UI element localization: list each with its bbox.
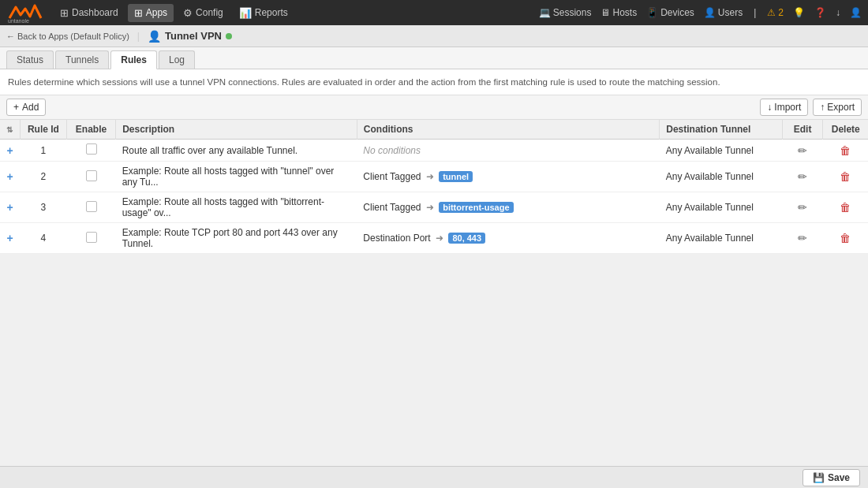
tab-log-label: Log: [169, 54, 185, 65]
col-header-enable: Enable: [66, 120, 115, 140]
cell-conditions: Client Tagged ➜ bittorrent-usage: [357, 192, 659, 223]
back-link-label: Back to Apps (Default Policy): [17, 32, 129, 41]
tab-status[interactable]: Status: [6, 50, 54, 69]
delete-button[interactable]: 🗑: [840, 144, 851, 157]
condition-label: Destination Port: [363, 233, 430, 244]
nav-right: 💻 Sessions 🖥 Hosts 📱 Devices 👤 Users | ⚠…: [539, 7, 862, 18]
import-button[interactable]: ↓ Import: [760, 99, 808, 116]
enable-checkbox[interactable]: [86, 201, 97, 212]
devices-icon: 📱: [646, 7, 658, 18]
edit-button[interactable]: ✏: [798, 144, 807, 157]
table-row: + 4 Example: Route TCP port 80 and port …: [0, 223, 868, 254]
tab-tunnels[interactable]: Tunnels: [55, 50, 109, 69]
toolbar-left: + Add: [6, 99, 46, 116]
logo[interactable]: untangle: [6, 2, 44, 23]
nav-item-apps[interactable]: ⊞ Apps: [128, 4, 174, 22]
tab-tunnels-label: Tunnels: [65, 54, 99, 65]
devices-nav[interactable]: 📱 Devices: [646, 7, 694, 18]
cell-conditions: Destination Port ➜ 80, 443: [357, 223, 659, 254]
tab-status-label: Status: [17, 54, 43, 65]
tab-log[interactable]: Log: [159, 50, 195, 69]
download-icon[interactable]: ↓: [836, 7, 840, 18]
sessions-nav[interactable]: 💻 Sessions: [539, 7, 592, 18]
back-link[interactable]: ← Back to Apps (Default Policy): [6, 32, 129, 41]
toolbar: + Add ↓ Import ↑ Export: [0, 95, 868, 120]
tab-rules-label: Rules: [121, 54, 147, 65]
arrow-right-icon: ➜: [436, 233, 443, 244]
cell-destination: Any Available Tunnel: [660, 192, 782, 223]
reorder-handle[interactable]: +: [7, 144, 13, 157]
rules-table: ⇅ Rule Id Enable Description Conditions …: [0, 120, 868, 254]
hosts-nav[interactable]: 🖥 Hosts: [600, 7, 637, 18]
sub-header: ← Back to Apps (Default Policy) | 👤 Tunn…: [0, 25, 868, 47]
tab-rules[interactable]: Rules: [110, 50, 157, 69]
sessions-icon: 💻: [539, 7, 551, 18]
alert-badge[interactable]: ⚠ 2: [767, 7, 784, 18]
cell-description: Route all traffic over any available Tun…: [116, 140, 357, 162]
export-button[interactable]: ↑ Export: [813, 99, 862, 116]
cell-destination: Any Available Tunnel: [660, 223, 782, 254]
sort-icon: ⇅: [6, 125, 13, 134]
delete-button[interactable]: 🗑: [840, 170, 851, 183]
sessions-label: Sessions: [553, 7, 592, 18]
condition-label: Client Tagged: [363, 202, 421, 213]
rules-table-container: ⇅ Rule Id Enable Description Conditions …: [0, 120, 868, 254]
config-icon: ⚙: [183, 7, 193, 19]
col-header-description: Description: [116, 120, 357, 140]
cell-delete: 🗑: [823, 223, 868, 254]
table-row: + 3 Example: Route all hosts tagged with…: [0, 192, 868, 223]
cell-edit: ✏: [782, 162, 823, 192]
cell-edit: ✏: [782, 192, 823, 223]
vpn-icon: 👤: [148, 30, 161, 43]
footer: 💾 Save: [0, 466, 868, 488]
user-icon[interactable]: 👤: [850, 7, 862, 18]
nav-item-reports[interactable]: 📊 Reports: [233, 4, 294, 22]
cell-destination: Any Available Tunnel: [660, 140, 782, 162]
cell-reorder: +: [0, 140, 20, 162]
save-label: Save: [828, 472, 850, 483]
export-icon: ↑: [820, 102, 825, 113]
add-button[interactable]: + Add: [6, 99, 46, 116]
edit-button[interactable]: ✏: [798, 201, 807, 214]
cell-description: Example: Route TCP port 80 and port 443 …: [116, 223, 357, 254]
reorder-handle[interactable]: +: [7, 170, 13, 183]
help-icon[interactable]: ❓: [814, 7, 826, 18]
cell-ruleid: 2: [20, 162, 66, 192]
col-header-ruleid[interactable]: Rule Id: [20, 120, 66, 140]
delete-button[interactable]: 🗑: [840, 232, 851, 244]
col-header-reorder: ⇅: [0, 120, 20, 140]
edit-button[interactable]: ✏: [798, 232, 807, 244]
reports-icon: 📊: [239, 7, 252, 19]
alert-icon: ⚠: [767, 7, 776, 18]
svg-text:untangle: untangle: [8, 18, 29, 23]
users-nav[interactable]: 👤 Users: [704, 7, 743, 18]
top-navigation: untangle ⊞ Dashboard ⊞ Apps ⚙ Config 📊 R…: [0, 0, 868, 25]
condition-tag: tunnel: [439, 171, 473, 182]
enable-checkbox[interactable]: [86, 143, 97, 155]
back-arrow-icon: ←: [6, 32, 15, 41]
table-header-row: ⇅ Rule Id Enable Description Conditions …: [0, 120, 868, 140]
enable-checkbox[interactable]: [86, 232, 97, 243]
nav-label-apps: Apps: [146, 7, 167, 18]
light-icon[interactable]: 💡: [793, 7, 805, 18]
page-title-area: 👤 Tunnel VPN: [148, 30, 232, 43]
table-row: + 2 Example: Route all hosts tagged with…: [0, 162, 868, 192]
enable-checkbox[interactable]: [86, 170, 97, 181]
nav-label-dashboard: Dashboard: [72, 7, 118, 18]
cell-description: Example: Route all hosts tagged with "bi…: [116, 192, 357, 223]
add-label: Add: [22, 102, 39, 113]
cell-conditions: No conditions: [357, 140, 659, 162]
cell-ruleid: 3: [20, 192, 66, 223]
page-title: Tunnel VPN: [165, 30, 222, 42]
cell-ruleid: 4: [20, 223, 66, 254]
dashboard-icon: ⊞: [60, 7, 69, 19]
reorder-handle[interactable]: +: [7, 232, 13, 244]
delete-button[interactable]: 🗑: [840, 201, 851, 214]
nav-item-config[interactable]: ⚙ Config: [177, 4, 230, 22]
nav-item-dashboard[interactable]: ⊞ Dashboard: [54, 4, 125, 22]
reorder-handle[interactable]: +: [7, 201, 13, 214]
edit-button[interactable]: ✏: [798, 170, 807, 183]
cell-enable: [66, 140, 115, 162]
save-button[interactable]: 💾 Save: [803, 469, 860, 486]
apps-icon: ⊞: [134, 7, 143, 19]
